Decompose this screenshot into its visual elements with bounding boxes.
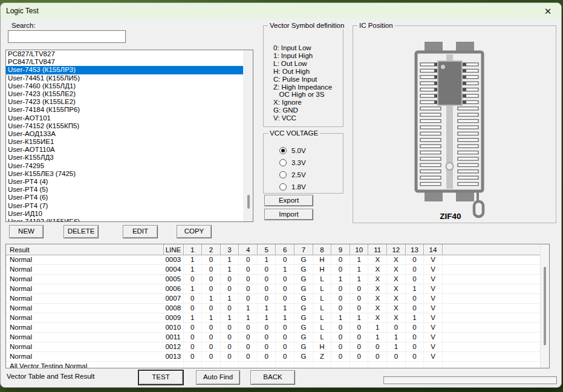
export-button[interactable]: Export (264, 195, 313, 206)
vcc-option[interactable]: 5.0V (279, 146, 306, 155)
table-row[interactable]: Normal0006100000GL00XX1V (6, 284, 541, 294)
pin-cell: 1 (183, 255, 202, 265)
vcc-option[interactable]: 3.3V (279, 158, 306, 167)
table-header-cell[interactable]: 7 (295, 244, 313, 255)
back-button[interactable]: BACK (250, 370, 295, 385)
pin-cell: 1 (239, 313, 258, 323)
table-row[interactable]: Normal0004101001GH01XX0V (6, 265, 541, 275)
pin-cell: G (295, 265, 313, 275)
table-header-cell[interactable]: 2 (202, 244, 221, 255)
list-item[interactable]: User-AOT101 (6, 114, 253, 122)
list-item[interactable]: User-ИД10 (6, 210, 253, 218)
table-scrollbar-thumb[interactable] (544, 267, 546, 345)
edit-button[interactable]: EDIT (123, 225, 158, 238)
radio-icon[interactable] (279, 159, 287, 166)
table-header-cell[interactable]: Result (6, 244, 163, 255)
table-row[interactable]: Normal0008000111GL00XX0V (6, 304, 541, 313)
list-item[interactable]: User-74451 (К155ЛИ5) (6, 74, 253, 82)
radio-icon[interactable] (279, 183, 287, 191)
pin-cell: V (424, 294, 443, 304)
copy-button[interactable]: COPY (177, 225, 212, 238)
list-scrollbar-thumb[interactable] (247, 195, 250, 209)
pin-cell: V (424, 313, 443, 323)
delete-button[interactable]: DELETE (63, 225, 99, 238)
list-item[interactable]: User-7423 (К155ЛЕ2) (6, 90, 253, 98)
list-item[interactable]: User-PT4 (5) (6, 186, 253, 194)
list-item[interactable]: User-74184 (К155ПР6) (6, 106, 253, 114)
list-item[interactable]: PC827/LTV827 (6, 50, 253, 58)
vcc-voltage-groupbox: VCC VOLTAGE 5.0V3.3V2.5V1.8V (263, 133, 343, 194)
table-header-cell[interactable]: 4 (239, 244, 258, 255)
table-scrollbar[interactable] (540, 244, 549, 368)
pin-cell: 0 (387, 352, 406, 362)
pin-cell: 0 (202, 333, 221, 342)
pin-cell: 1 (405, 313, 424, 323)
pin-cell: 0 (220, 352, 239, 362)
search-input[interactable] (8, 30, 126, 43)
list-item[interactable]: User-PT4 (4) (6, 178, 253, 186)
test-button[interactable]: TEST (138, 370, 183, 385)
list-item[interactable]: User-7460 (К155ЛД1) (6, 82, 253, 90)
table-header-cell[interactable]: 10 (350, 244, 368, 255)
table-header-cell[interactable]: 14 (424, 244, 443, 255)
table-header-cell[interactable]: 8 (313, 244, 331, 255)
list-item[interactable]: User-7423 (K155LE2) (6, 98, 253, 106)
pin-cell: 0 (405, 294, 424, 304)
device-list[interactable]: PC827/LTV827PC847/LTV847User-7453 (К155Л… (5, 50, 253, 222)
radio-icon[interactable] (279, 171, 287, 178)
table-header-cell[interactable]: 6 (276, 244, 295, 255)
title-bar[interactable]: Logic Test ✕ (1, 3, 561, 19)
table-row[interactable]: Normal0011000000GL00110V (6, 333, 541, 342)
pin-cell: V (424, 304, 443, 313)
pin-cell: 0 (220, 275, 239, 284)
list-item[interactable]: PC847/LTV847 (6, 58, 253, 66)
close-icon[interactable]: ✕ (542, 5, 554, 18)
pin-cell: 0 (202, 304, 221, 313)
pin-cell: V (424, 275, 443, 284)
pin-cell: L (313, 284, 331, 294)
table-row[interactable]: Normal0007011000GL00XX0V (6, 294, 541, 304)
table-header-cell[interactable]: 3 (220, 244, 239, 255)
list-item[interactable]: User-74192 (К155ИЕ6) (6, 218, 253, 222)
list-item[interactable]: User-PT4 (7) (6, 202, 253, 210)
table-header-cell[interactable]: 12 (387, 244, 406, 255)
table-row[interactable]: All Vector Testing Normal (6, 362, 541, 369)
table-row[interactable]: Normal0009111111GL11XX1V (6, 313, 541, 323)
line-cell (163, 362, 183, 369)
list-item[interactable]: User-AOT110A (6, 146, 253, 154)
table-row[interactable]: Normal0003101010GH01XX0V (6, 255, 541, 265)
list-scrollbar[interactable] (243, 50, 253, 221)
table-row[interactable]: Normal0012000000GH00010V (6, 342, 541, 352)
table-header-cell[interactable]: 13 (405, 244, 424, 255)
pin-cell: 0 (276, 275, 295, 284)
pin-cell: G (295, 255, 313, 265)
table-header-cell[interactable]: 11 (368, 244, 387, 255)
vcc-option[interactable]: 1.8V (279, 183, 306, 191)
import-button[interactable]: Import (264, 209, 313, 220)
pin-cell: 0 (276, 323, 295, 333)
pin-cell (295, 362, 313, 369)
pin-cell: V (424, 284, 443, 294)
list-item[interactable]: User-К155ИЕ1 (6, 138, 253, 146)
list-item[interactable]: User-PT4 (6) (6, 194, 253, 201)
radio-icon[interactable] (279, 147, 287, 154)
pin-cell: G (295, 284, 313, 294)
pin-cell: H (313, 255, 331, 265)
list-item[interactable]: User-К155ЛЕ3 (7425) (6, 170, 253, 178)
table-header-cell[interactable]: 1 (183, 244, 202, 255)
vector-table[interactable]: ResultLINE1234567891011121314 Normal0003… (5, 244, 550, 368)
vcc-option[interactable]: 2.5V (279, 171, 306, 179)
table-header-cell[interactable]: 5 (257, 244, 276, 255)
list-item[interactable]: User-74295 (6, 162, 253, 170)
auto-find-button[interactable]: Auto Find (196, 370, 240, 385)
new-button[interactable]: NEW (9, 225, 44, 238)
list-item[interactable]: User-7453 (К155ЛР3) (6, 66, 253, 74)
table-header-cell[interactable]: LINE (163, 244, 183, 255)
table-row[interactable]: Normal0013000000GZ00000V (6, 352, 541, 362)
table-row[interactable]: Normal0005000000GL11XX0V (6, 275, 541, 284)
table-row[interactable]: Normal0010000000GL00100V (6, 323, 541, 333)
list-item[interactable]: User-АОД133А (6, 130, 253, 138)
table-header-cell[interactable]: 9 (331, 244, 350, 255)
list-item[interactable]: User-74152 (К155КП5) (6, 122, 253, 130)
list-item[interactable]: User-К155ЛД3 (6, 154, 253, 162)
